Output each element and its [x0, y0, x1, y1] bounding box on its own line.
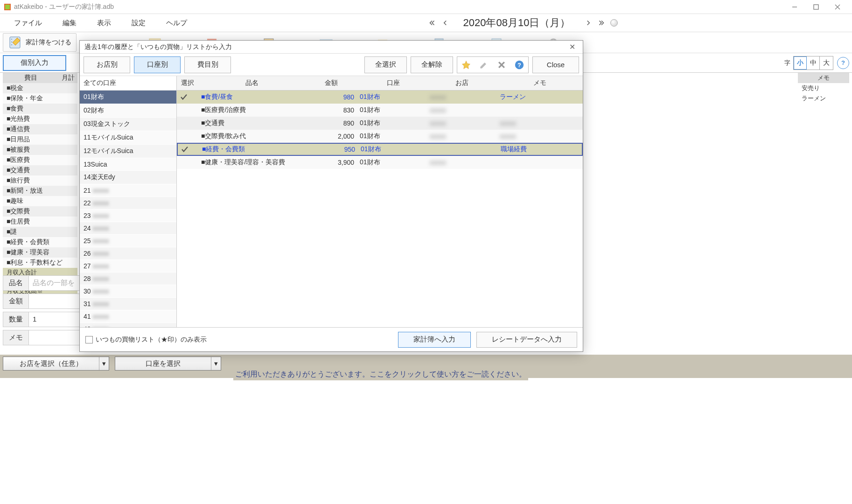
row-check[interactable] [177, 161, 198, 164]
memo-row[interactable]: 安売り [798, 83, 849, 93]
help-icon[interactable]: ? [837, 57, 849, 69]
to-receipt-button[interactable]: レシートデータへ入力 [476, 332, 577, 348]
row-check[interactable] [177, 122, 198, 125]
history-row[interactable]: ■食費/昼食98001財布xxxxxラーメン [177, 91, 583, 104]
tab-individual-entry[interactable]: 個別入力 [3, 55, 66, 71]
first-date-button[interactable] [428, 19, 436, 27]
category-row[interactable]: ■保険・年金 [3, 93, 77, 104]
history-row[interactable]: ■健康・理美容/理容・美容費3,90001財布xxxxx [177, 156, 583, 169]
category-row[interactable]: ■趣味 [3, 196, 77, 206]
category-row[interactable]: ■謎 [3, 227, 77, 237]
menu-help[interactable]: ヘルプ [156, 16, 197, 30]
row-check[interactable] [178, 144, 199, 155]
category-row[interactable]: ■新聞・放送 [3, 186, 77, 196]
help-icon[interactable]: ? [510, 57, 528, 73]
account-item[interactable]: 11モバイルSuica [80, 131, 176, 145]
tab-by-store[interactable]: お店別 [84, 56, 130, 73]
category-row[interactable]: ■交通費 [3, 165, 77, 175]
star-icon[interactable] [457, 57, 475, 73]
category-row[interactable]: ■旅行費 [3, 175, 77, 186]
history-row[interactable]: ■医療費/治療費83001財布xxxxx [177, 104, 583, 117]
category-row[interactable]: ■交際費 [3, 206, 77, 217]
account-item[interactable]: 31 xxxxx [80, 298, 176, 310]
tab-by-account[interactable]: 口座別 [134, 56, 181, 73]
category-row[interactable]: ■光熱費 [3, 114, 77, 124]
account-item[interactable]: 26 xxxxx [80, 247, 176, 260]
account-item[interactable]: 02財布 [80, 104, 176, 118]
account-item[interactable]: 21 xxxxx [80, 184, 176, 197]
font-small-button[interactable]: 小 [794, 56, 807, 70]
category-row[interactable]: ■医療費 [3, 155, 77, 165]
category-row[interactable]: ■健康・理美容 [3, 247, 77, 258]
row-account: 01財布 [357, 91, 427, 103]
menu-file[interactable]: ファイル [4, 16, 52, 30]
account-item[interactable]: 12モバイルSuica [80, 145, 176, 158]
category-row[interactable]: ■被服費 [3, 145, 77, 155]
col-amount[interactable]: 金額 [306, 76, 357, 90]
category-row[interactable]: ■利息・手数料など [3, 258, 77, 268]
history-row[interactable]: ■経費・会費類95001財布職場経費 [177, 143, 583, 156]
window-title: atKakeibo - ユーザーの家計簿.adb [14, 3, 114, 11]
memo-row[interactable]: ラーメン [798, 93, 849, 104]
account-item[interactable]: 41 xxxxx [80, 310, 176, 323]
account-item[interactable]: 27 xxxxx [80, 260, 176, 273]
account-item[interactable]: 23 xxxxx [80, 210, 176, 222]
store-select[interactable]: お店を選択（任意）▾ [3, 357, 109, 371]
minimize-button[interactable] [784, 0, 805, 14]
maximize-button[interactable] [805, 0, 827, 14]
last-date-button[interactable] [597, 19, 606, 27]
category-row[interactable]: ■通信費 [3, 124, 77, 134]
close-icon[interactable]: ✕ [566, 42, 578, 52]
menu-settings[interactable]: 設定 [121, 16, 156, 30]
account-list-header[interactable]: 全ての口座 [80, 76, 176, 91]
category-row[interactable]: ■食費 [3, 104, 77, 114]
row-memo: xxxxx [497, 131, 583, 141]
col-account[interactable]: 口座 [357, 76, 427, 90]
col-store[interactable]: お店 [427, 76, 497, 90]
next-date-button[interactable] [584, 19, 593, 27]
font-large-button[interactable]: 大 [820, 56, 833, 70]
ribbon-kakeibo-button[interactable]: 家計簿をつける [3, 33, 77, 52]
row-store: xxxxx [427, 131, 497, 141]
prev-date-button[interactable] [441, 19, 449, 27]
account-item[interactable]: 28 xxxxx [80, 273, 176, 285]
deselect-all-button[interactable]: 全解除 [411, 56, 453, 73]
close-window-button[interactable] [827, 0, 848, 14]
col-memo[interactable]: メモ [497, 76, 583, 90]
row-check[interactable] [177, 109, 198, 112]
edit-icon[interactable] [475, 57, 493, 73]
account-item[interactable]: 24 xxxxx [80, 222, 176, 235]
category-row[interactable]: ■日用品 [3, 134, 77, 145]
account-item[interactable]: 13Suica [80, 158, 176, 171]
account-select[interactable]: 口座を選択▾ [115, 357, 221, 371]
account-item[interactable]: 14楽天Edy [80, 171, 176, 184]
col-select[interactable]: 選択 [177, 76, 198, 90]
account-item[interactable]: 25 xxxxx [80, 235, 176, 247]
history-row[interactable]: ■交際費/飲み代2,00001財布xxxxxxxxxx [177, 130, 583, 143]
account-item[interactable]: 22 xxxxx [80, 197, 176, 210]
account-item[interactable]: 30 xxxxx [80, 285, 176, 298]
close-button[interactable]: Close [532, 56, 579, 73]
to-kakeibo-button[interactable]: 家計簿へ入力 [398, 332, 471, 348]
record-indicator-icon [610, 19, 618, 27]
account-item[interactable]: 42 xxxxx [80, 323, 176, 327]
row-check[interactable] [177, 91, 198, 103]
tab-by-category[interactable]: 費目別 [184, 56, 231, 73]
category-row[interactable]: ■経費・会費類 [3, 237, 77, 247]
current-date[interactable]: 2020年08月10日（月） [454, 16, 580, 30]
account-item[interactable]: 01財布 [80, 91, 176, 104]
select-all-button[interactable]: 全選択 [364, 56, 407, 73]
menu-view[interactable]: 表示 [87, 16, 121, 30]
col-name[interactable]: 品名 [198, 76, 306, 90]
star-only-checkbox[interactable] [85, 336, 93, 343]
category-row[interactable]: ■税金 [3, 83, 77, 93]
account-item[interactable]: 03現金ストック [80, 118, 176, 131]
history-row[interactable]: ■交通費89001財布xxxxxxxxxx [177, 117, 583, 130]
row-check[interactable] [177, 135, 198, 138]
font-mid-button[interactable]: 中 [807, 56, 820, 70]
row-amount: 3,900 [306, 157, 357, 168]
delete-icon[interactable] [493, 57, 510, 73]
menu-edit[interactable]: 編集 [52, 16, 87, 30]
category-row[interactable]: ■住居費 [3, 217, 77, 227]
footer-message[interactable]: ご利用いただきありがとうございます。ここをクリックして使い方をご一読ください。 [233, 369, 528, 380]
